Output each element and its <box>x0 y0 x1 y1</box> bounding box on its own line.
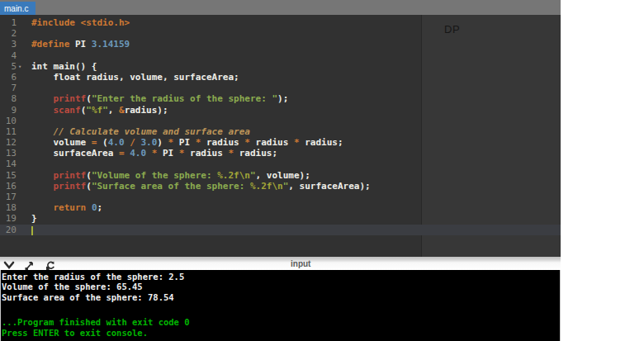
line-number: 7 <box>0 83 17 93</box>
line-number: 11 <box>0 126 17 137</box>
code-text <box>17 83 31 93</box>
code-line: 20 <box>0 225 561 235</box>
line-number: 18 <box>0 202 17 213</box>
code-line: 19} <box>0 213 561 224</box>
console-toolbar-icons <box>3 261 56 270</box>
code-line: 3#define PI 3.14159 <box>0 39 561 50</box>
text-cursor <box>31 226 33 235</box>
code-text: printf("Surface area of the sphere: %.2f… <box>17 181 371 192</box>
line-number: 19 <box>0 213 17 224</box>
code-editor[interactable]: DP 1#include <stdio.h>23#define PI 3.141… <box>0 15 561 257</box>
code-line: 4 <box>0 50 561 61</box>
code-line: 17 <box>0 192 561 202</box>
code-text <box>17 50 31 61</box>
code-text: surfaceArea = 4.0 * PI * radius * radius… <box>17 148 277 159</box>
code-text: scanf("%f", &radius); <box>17 105 168 116</box>
tab-bar: main.c <box>0 0 561 15</box>
line-number: 16 <box>0 181 17 192</box>
code-text: float radius, volume, surfaceArea; <box>17 72 239 83</box>
line-number: 9 <box>0 105 17 116</box>
watermark-initials: DP <box>444 23 460 36</box>
code-line: 1#include <stdio.h> <box>0 17 561 28</box>
code-text: printf("Enter the radius of the sphere: … <box>17 93 288 104</box>
code-line: 11 // Calculate volume and surface area <box>0 126 561 137</box>
code-line: 5▾int main() { <box>0 61 561 72</box>
code-text: int main() { <box>17 61 97 72</box>
code-line: 18 return 0; <box>0 202 561 213</box>
line-number: 17 <box>0 192 17 202</box>
code-text: volume = (4.0 / 3.0) * PI * radius * rad… <box>17 137 343 148</box>
code-line: 6 float radius, volume, surfaceArea; <box>0 72 561 83</box>
line-number: 12 <box>0 137 17 148</box>
input-label: input <box>291 259 310 268</box>
code-text: return 0; <box>17 202 102 213</box>
resize-expand-icon[interactable] <box>24 261 36 270</box>
code-line: 9 scanf("%f", &radius); <box>0 105 561 116</box>
line-number: 2 <box>0 28 17 39</box>
code-line: 15 printf("Volume of the sphere: %.2f\n"… <box>0 170 561 181</box>
code-line: 7 <box>0 83 561 93</box>
line-number: 15 <box>0 170 17 181</box>
code-text <box>17 192 31 202</box>
code-line: 12 volume = (4.0 / 3.0) * PI * radius * … <box>0 137 561 148</box>
tab-main-c[interactable]: main.c <box>0 2 36 15</box>
line-number: 20 <box>0 225 17 235</box>
console-line: Enter the radius of the sphere: 2.5 <box>2 272 560 282</box>
code-text: #include <stdio.h> <box>17 17 130 28</box>
line-number: 13 <box>0 148 17 159</box>
code-text <box>17 28 31 39</box>
code-text: // Calculate volume and surface area <box>17 126 250 137</box>
restart-program-icon[interactable] <box>45 261 56 270</box>
code-text: printf("Volume of the sphere: %.2f\n", v… <box>17 170 310 181</box>
line-number: 14 <box>0 159 17 169</box>
code-text <box>17 116 31 126</box>
console-output[interactable]: Enter the radius of the sphere: 2.5Volum… <box>0 270 561 341</box>
console-line: Press ENTER to exit console. <box>2 328 560 338</box>
code-lines: 1#include <stdio.h>23#define PI 3.141594… <box>0 17 561 235</box>
console-line: Surface area of the sphere: 78.54 <box>2 292 560 302</box>
code-line: 2 <box>0 28 561 39</box>
console-line: ...Program finished with exit code 0 <box>2 317 560 327</box>
line-number: 8 <box>0 93 17 104</box>
code-text <box>17 159 31 169</box>
code-text <box>17 225 33 235</box>
line-number: 4 <box>0 50 17 61</box>
code-line: 13 surfaceArea = 4.0 * PI * radius * rad… <box>0 148 561 159</box>
code-line: 10 <box>0 116 561 126</box>
line-number: 1 <box>0 17 17 28</box>
code-line: 8 printf("Enter the radius of the sphere… <box>0 93 561 104</box>
code-text: #define PI 3.14159 <box>17 39 130 50</box>
code-text: } <box>17 213 37 224</box>
line-number: 6 <box>0 72 17 83</box>
code-line: 14 <box>0 159 561 169</box>
console-line <box>2 302 560 310</box>
console-line <box>2 310 560 317</box>
console-line: Volume of the sphere: 65.45 <box>2 282 560 291</box>
chevron-down-icon[interactable] <box>3 261 15 270</box>
console-toolbar: input <box>0 257 561 270</box>
code-line: 16 printf("Surface area of the sphere: %… <box>0 181 561 192</box>
ide-window: main.c DP 1#include <stdio.h>23#define P… <box>0 0 561 341</box>
line-number: 3 <box>0 39 17 50</box>
line-number: 10 <box>0 116 17 126</box>
line-number: 5 <box>0 61 17 72</box>
